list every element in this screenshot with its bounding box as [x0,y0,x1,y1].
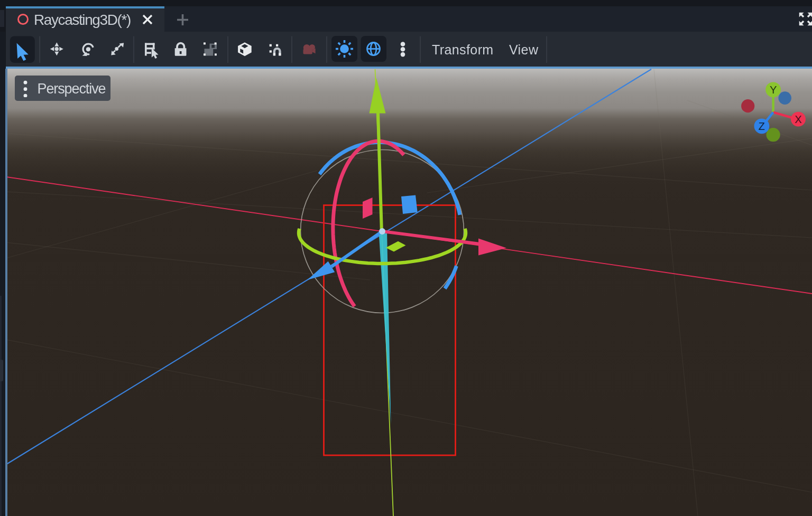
svg-text:Z: Z [758,120,764,132]
svg-text:Y: Y [769,84,776,96]
svg-text:X: X [795,114,801,125]
